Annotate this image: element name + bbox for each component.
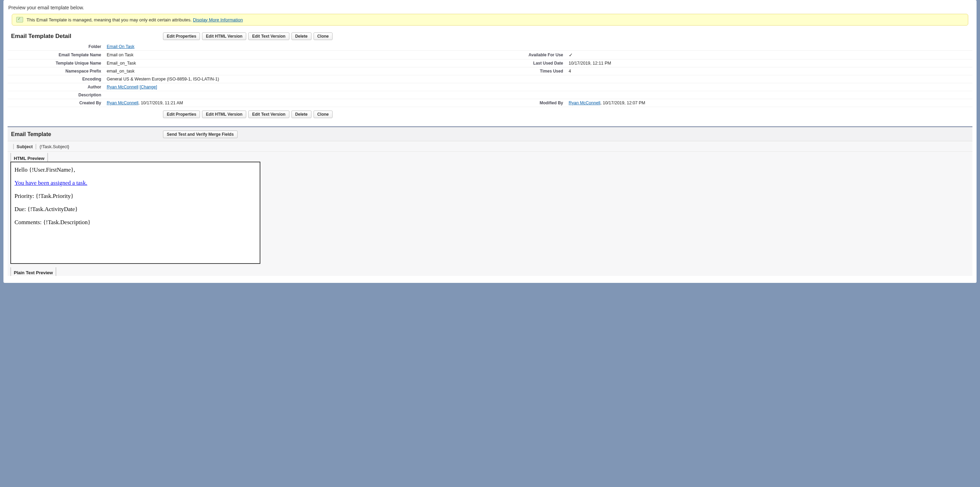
- created-by-label: Created By: [8, 99, 105, 107]
- unique-name-value: Email_on_Task: [105, 59, 509, 67]
- managed-info-banner: This Email Template is managed, meaning …: [12, 14, 968, 25]
- clone-button[interactable]: Clone: [313, 32, 332, 40]
- subject-value: {!Task.Subject}: [40, 144, 69, 149]
- delete-button-bottom[interactable]: Delete: [291, 110, 312, 118]
- intro-text: Preview your email template below.: [8, 3, 972, 14]
- clone-button-bottom[interactable]: Clone: [313, 110, 332, 118]
- description-value: [105, 91, 972, 99]
- available-checkmark-icon: ✓: [569, 52, 573, 58]
- edit-text-version-button-bottom[interactable]: Edit Text Version: [248, 110, 289, 118]
- created-by-date: , 10/17/2019, 11:21 AM: [138, 100, 183, 105]
- detail-table: Folder Email On Task Email Template Name…: [8, 43, 972, 107]
- folder-link[interactable]: Email On Task: [107, 44, 134, 49]
- edit-text-version-button[interactable]: Edit Text Version: [248, 32, 289, 40]
- description-label: Description: [8, 91, 105, 99]
- template-name-value: Email on Task: [105, 51, 509, 59]
- encoding-label: Encoding: [8, 75, 105, 83]
- namespace-label: Namespace Prefix: [8, 67, 105, 75]
- template-name-label: Email Template Name: [8, 51, 105, 59]
- subject-label: Subject: [13, 144, 36, 149]
- html-preview-label: HTML Preview: [10, 153, 48, 162]
- times-used-value: 4: [567, 67, 972, 75]
- edit-html-version-button-bottom[interactable]: Edit HTML Version: [202, 110, 246, 118]
- author-link[interactable]: Ryan McConnell: [107, 84, 138, 89]
- email-template-section-title: Email Template: [11, 131, 163, 137]
- preview-greeting: Hello {!User.FirstName},: [14, 167, 256, 173]
- plain-text-preview-label: Plain Text Preview: [10, 267, 56, 276]
- detail-section-title: Email Template Detail: [8, 33, 163, 40]
- delete-button[interactable]: Delete: [291, 32, 312, 40]
- edit-properties-button-bottom[interactable]: Edit Properties: [163, 110, 200, 118]
- author-label: Author: [8, 83, 105, 91]
- managed-package-icon: [16, 17, 23, 22]
- author-change-link[interactable]: [Change]: [140, 84, 157, 89]
- unique-name-label: Template Unique Name: [8, 59, 105, 67]
- edit-html-version-button[interactable]: Edit HTML Version: [202, 32, 246, 40]
- last-used-label: Last Used Date: [509, 59, 567, 67]
- preview-task-link[interactable]: You have been assigned a task.: [14, 180, 88, 186]
- modified-by-date: , 10/17/2019, 12:07 PM: [600, 100, 645, 105]
- folder-label: Folder: [8, 43, 105, 51]
- display-more-info-link[interactable]: Display More Information: [193, 17, 243, 22]
- encoding-value: General US & Western Europe (ISO-8859-1,…: [105, 75, 972, 83]
- modified-by-link[interactable]: Ryan McConnell: [569, 100, 600, 105]
- preview-due: Due: {!Task.ActivityDate}: [14, 206, 256, 213]
- html-preview-box: Hello {!User.FirstName}, You have been a…: [10, 162, 260, 264]
- send-test-button[interactable]: Send Test and Verify Merge Fields: [163, 131, 237, 138]
- preview-comments: Comments: {!Task.Description}: [14, 219, 256, 226]
- namespace-value: email_on_task: [105, 67, 509, 75]
- last-used-value: 10/17/2019, 12:11 PM: [567, 59, 972, 67]
- times-used-label: Times Used: [509, 67, 567, 75]
- available-for-use-label: Available For Use: [509, 51, 567, 59]
- edit-properties-button[interactable]: Edit Properties: [163, 32, 200, 40]
- preview-priority: Priority: {!Task.Priority}: [14, 193, 256, 200]
- created-by-link[interactable]: Ryan McConnell: [107, 100, 138, 105]
- banner-text: This Email Template is managed, meaning …: [27, 17, 193, 22]
- modified-by-label: Modified By: [509, 99, 567, 107]
